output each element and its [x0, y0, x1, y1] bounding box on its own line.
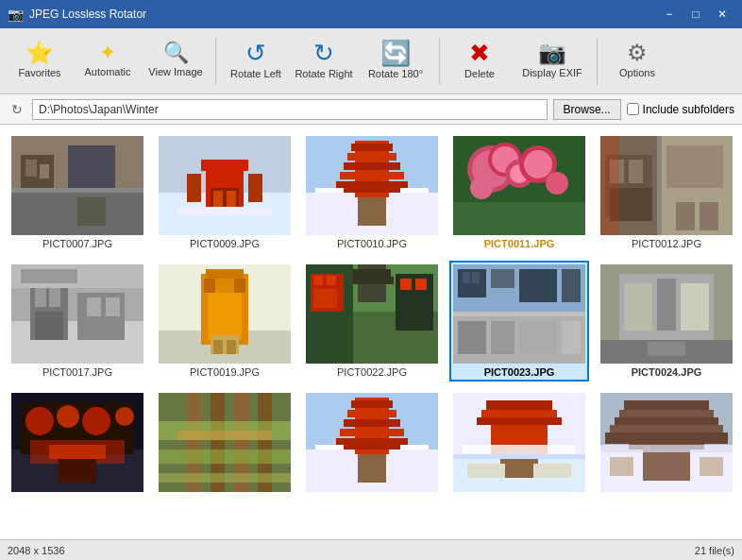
svg-rect-57 [35, 288, 46, 307]
svg-rect-3 [68, 145, 115, 193]
svg-rect-53 [600, 136, 619, 235]
svg-rect-95 [562, 269, 581, 302]
thumbnail-image [306, 136, 438, 235]
svg-rect-70 [234, 279, 245, 293]
close-button[interactable]: ✕ [710, 4, 734, 25]
svg-rect-7 [77, 197, 106, 226]
thumbnail-grid[interactable]: PICT0007.JPG PICT0009.JPG [0, 125, 742, 539]
thumbnail-image [11, 393, 143, 492]
options-button[interactable]: ⚙ Options [605, 33, 669, 90]
svg-rect-105 [624, 283, 652, 331]
svg-rect-155 [619, 410, 714, 417]
favorites-icon: ⭐ [25, 42, 54, 64]
svg-rect-149 [467, 464, 505, 478]
display-exif-button[interactable]: 📷 Display EXIF [515, 33, 589, 90]
svg-rect-6 [40, 164, 49, 178]
svg-rect-104 [657, 279, 676, 331]
thumbnail-label: PICT0010.JPG [337, 238, 407, 249]
thumbnail-image [600, 136, 733, 235]
thumbnail-item[interactable]: PICT0009.JPG [155, 132, 295, 253]
svg-rect-106 [681, 283, 709, 331]
svg-rect-62 [106, 297, 120, 316]
svg-rect-94 [519, 269, 557, 302]
svg-rect-68 [206, 269, 244, 279]
svg-rect-136 [336, 438, 408, 450]
rotate-180-label: Rotate 180° [368, 68, 423, 80]
rotate-right-label: Rotate Right [295, 68, 352, 80]
thumbnail-item[interactable]: PICT0007.JPG [8, 132, 147, 253]
thumbnail-item[interactable]: PICT0019.JPG [155, 261, 295, 382]
thumbnail-item[interactable]: PICT0012.JPG [597, 132, 736, 253]
svg-rect-51 [676, 202, 695, 230]
rotate-left-button[interactable]: ↺ Rotate Left [224, 33, 288, 90]
svg-rect-148 [453, 454, 585, 459]
title-bar-controls: − □ ✕ [657, 4, 734, 25]
svg-rect-159 [643, 448, 690, 481]
thumbnail-item[interactable] [302, 389, 442, 499]
svg-rect-29 [400, 188, 429, 193]
toolbar-separator-2 [439, 38, 440, 85]
svg-rect-78 [353, 269, 391, 277]
delete-button[interactable]: ✖ Delete [447, 33, 512, 90]
svg-rect-128 [177, 431, 272, 440]
thumbnail-label: PICT0024.JPG [632, 366, 702, 378]
thumbnail-item[interactable]: PICT0017.JPG [8, 261, 147, 382]
svg-rect-99 [519, 321, 557, 354]
thumbnail-label: PICT0009.JPG [190, 238, 260, 249]
thumbnail-image [306, 264, 438, 364]
toolbar-separator-3 [597, 38, 598, 85]
svg-rect-118 [59, 459, 96, 483]
thumbnail-image [159, 393, 291, 492]
thumbnail-item[interactable]: PICT0024.JPG [597, 261, 736, 382]
thumbnail-item[interactable] [155, 389, 295, 499]
svg-rect-138 [315, 445, 344, 450]
path-input[interactable] [32, 99, 548, 120]
thumbnail-image [453, 136, 585, 235]
thumbnail-item[interactable] [597, 389, 736, 499]
svg-rect-145 [477, 417, 562, 425]
svg-rect-161 [610, 457, 633, 476]
svg-rect-69 [204, 279, 215, 293]
svg-point-40 [546, 172, 568, 195]
thumbnail-label: PICT0017.JPG [42, 366, 112, 378]
rotate-180-button[interactable]: 🔄 Rotate 180° [360, 33, 431, 90]
thumbnail-item[interactable]: PICT0023.JPG [449, 261, 589, 382]
thumbnail-item[interactable] [8, 389, 147, 499]
include-subfolders-label[interactable]: Include subfolders [627, 103, 734, 116]
maximize-button[interactable]: □ [683, 4, 708, 25]
thumbnail-item[interactable]: PICT0010.JPG [302, 132, 442, 253]
svg-rect-108 [648, 342, 685, 356]
automatic-button[interactable]: ✦ Automatic [76, 33, 140, 90]
rotate-right-button[interactable]: ↻ Rotate Right [292, 33, 356, 90]
svg-rect-156 [615, 417, 718, 425]
thumbnail-item[interactable] [449, 389, 589, 499]
svg-rect-132 [351, 400, 393, 408]
thumbnail-label: PICT0012.JPG [632, 238, 701, 249]
thumbnail-image [306, 393, 438, 492]
minimize-button[interactable]: − [657, 4, 682, 25]
view-image-label: View Image [148, 66, 202, 78]
svg-rect-126 [159, 450, 291, 464]
svg-rect-16 [187, 174, 201, 202]
thumbnail-label: PICT0011.JPG [484, 238, 555, 249]
svg-rect-127 [159, 473, 291, 483]
refresh-icon[interactable]: ↻ [8, 102, 26, 117]
svg-point-39 [524, 150, 552, 178]
include-subfolders-checkbox[interactable] [627, 103, 639, 115]
svg-rect-87 [415, 279, 427, 290]
thumbnail-image [159, 136, 291, 235]
thumbnail-item[interactable]: PICT0011.JPG [449, 132, 589, 253]
browse-button[interactable]: Browse... [553, 99, 621, 120]
svg-rect-23 [347, 153, 396, 161]
thumbnail-item[interactable]: PICT0022.JPG [302, 261, 442, 382]
view-image-button[interactable]: 🔍 View Image [143, 33, 208, 90]
thumbnail-image [11, 264, 143, 364]
svg-rect-154 [624, 400, 709, 410]
svg-rect-139 [400, 445, 429, 450]
rotate-right-icon: ↻ [313, 41, 334, 65]
svg-rect-84 [313, 289, 337, 308]
svg-rect-59 [35, 312, 63, 340]
svg-rect-137 [358, 454, 386, 483]
display-exif-label: Display EXIF [522, 67, 582, 79]
favorites-button[interactable]: ⭐ Favorites [8, 33, 72, 90]
